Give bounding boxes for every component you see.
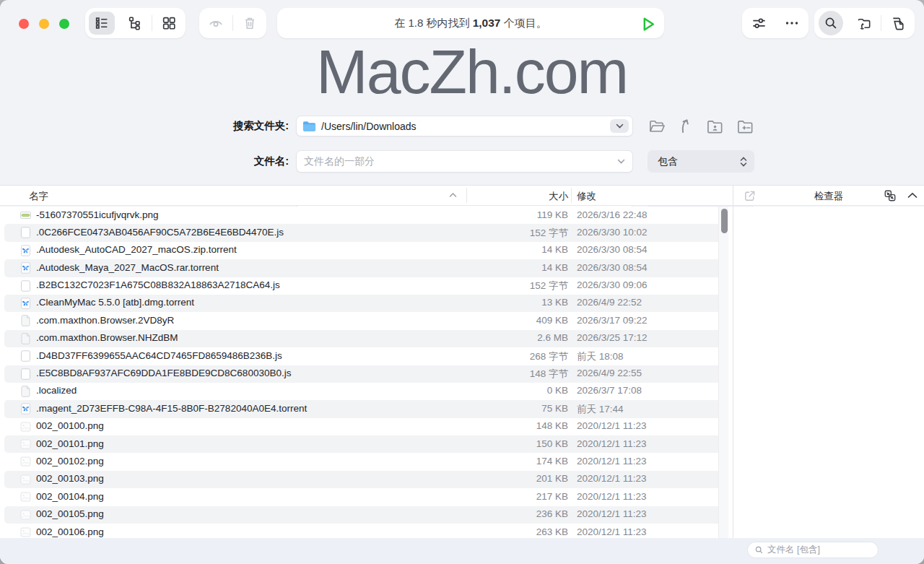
table-header: 名字 大小 修改 检查器 (0, 185, 924, 206)
file-size: 152 字节 (445, 227, 568, 240)
file-name: 002_00100.png (36, 420, 458, 431)
filter-options-group (742, 8, 808, 38)
blank-document-icon (20, 350, 31, 362)
add-remove-folder-button[interactable] (733, 116, 757, 137)
filters-button[interactable] (742, 8, 775, 38)
table-row[interactable]: -51607370551icufjvqrvk.png 119 KB 2026/3… (0, 207, 733, 224)
filename-mode-select[interactable]: 包含 (648, 150, 754, 173)
table-row[interactable]: .0C266FCE0473AB0456AF90C5A72B6E4E6BD4470… (0, 224, 733, 241)
table-row[interactable]: .B2BC132C7023F1A675C08B832A18863A2718CA6… (0, 277, 733, 295)
start-search-button[interactable] (638, 14, 657, 33)
hierarchy-view-icon (127, 15, 143, 31)
close-window-button[interactable] (19, 19, 29, 29)
collapse-inspector-icon[interactable] (907, 192, 918, 199)
inspector-panel (733, 207, 924, 538)
faint-image-file-icon (20, 421, 31, 433)
file-size: 217 KB (445, 491, 568, 502)
list-view-button[interactable] (85, 8, 118, 38)
table-row[interactable]: 002_00101.png 150 KB 2020/12/1 11:23 (0, 435, 733, 453)
home-folder-button[interactable] (703, 116, 726, 137)
faint-image-file-icon (20, 438, 31, 450)
view-switcher-group (85, 8, 186, 38)
table-row[interactable]: .E5C8BD8AF937AFC69DDA1FE8BDE9CD8C680030B… (0, 365, 733, 383)
file-modified-date: 2026/3/30 09:06 (577, 279, 648, 290)
file-modified-date: 2026/3/30 08:54 (577, 244, 648, 255)
column-header-name[interactable]: 名字 (29, 190, 48, 203)
hierarchy-view-button[interactable] (118, 8, 152, 38)
file-modified-date: 2026/3/16 22:48 (577, 209, 648, 220)
file-name: 002_00101.png (36, 438, 458, 449)
search-folder-label: 搜索文件夹: (0, 119, 289, 133)
file-size: 150 KB (445, 438, 568, 449)
table-row[interactable]: 002_00106.png 263 KB 2020/12/1 11:23 (0, 524, 733, 538)
go-to-parent-button[interactable] (674, 115, 697, 136)
table-row[interactable]: .com.maxthon.Browser.2VD8yR 409 KB 2026/… (0, 312, 733, 329)
table-row[interactable]: .Autodesk_Maya_2027_MacOS.rar.torrent 14… (0, 259, 733, 277)
table-row[interactable]: 002_00105.png 236 KB 2020/12/1 11:23 (0, 506, 733, 524)
file-size: 263 KB (445, 526, 568, 537)
document-compare-button[interactable] (881, 8, 915, 38)
file-size: 2.6 MB (445, 332, 568, 343)
zoom-window-button[interactable] (59, 19, 69, 29)
scrollbar-thumb[interactable] (721, 209, 728, 233)
file-name: .CleanMyMac 5.5.0 [atb].dmg.torrent (36, 297, 458, 308)
filter-results-search-field[interactable]: 文件名 [包含] (747, 542, 879, 558)
file-size: 174 KB (445, 456, 568, 467)
file-modified-date: 2020/12/1 11:23 (577, 526, 647, 537)
quick-look-button[interactable] (199, 8, 232, 38)
search-mode-button[interactable] (814, 8, 847, 38)
table-row[interactable]: .CleanMyMac 5.5.0 [atb].dmg.torrent 13 K… (0, 295, 733, 312)
table-row[interactable]: .D4BD37FF6399655AAC64CD7465FD8659486B236… (0, 347, 733, 365)
user-folder-icon (706, 119, 724, 134)
table-row[interactable]: .magent_2D73EFFB-C98A-4F15-8B0F-B2782040… (0, 400, 733, 417)
file-modified-date: 2026/4/9 22:55 (577, 368, 642, 378)
file-name: .D4BD37FF6399655AAC64CD7465FD8659486B236… (36, 350, 458, 361)
mode-switcher-group (814, 8, 915, 38)
faint-image-file-icon (20, 526, 31, 538)
more-options-button[interactable] (775, 8, 808, 38)
column-header-size[interactable]: 大小 (466, 190, 568, 203)
file-size: 13 KB (445, 297, 568, 308)
file-size: 148 KB (445, 420, 568, 431)
file-modified-date: 2020/12/1 11:23 (577, 473, 647, 484)
search-folder-combobox[interactable]: /Users/lin/Downloads (296, 116, 633, 136)
blank-document-icon (20, 280, 31, 292)
play-icon (639, 15, 657, 33)
toolbar: 在 1.8 秒内找到 1,037 个项目。 (0, 0, 924, 46)
file-modified-date: 2020/12/1 11:23 (577, 508, 647, 519)
item-actions-group (199, 8, 266, 38)
grid-view-button[interactable] (152, 8, 186, 38)
folder-sync-icon (856, 15, 873, 32)
file-modified-date: 2026/3/25 17:12 (577, 332, 648, 343)
search-status-bar: 在 1.8 秒内找到 1,037 个项目。 (277, 8, 664, 38)
table-row[interactable]: 002_00104.png 217 KB 2020/12/1 11:23 (0, 488, 733, 506)
document-file-icon (20, 333, 31, 344)
folder-compare-button[interactable] (847, 8, 881, 38)
list-view-icon (94, 15, 110, 31)
filename-input[interactable]: 文件名的一部分 (296, 150, 633, 173)
filename-dropdown-button[interactable] (617, 151, 625, 172)
table-row[interactable]: 002_00103.png 201 KB 2020/12/1 11:23 (0, 471, 733, 488)
open-folder-button[interactable] (645, 116, 668, 137)
chevron-down-icon (617, 159, 625, 164)
table-row[interactable]: .Autodesk_AutoCAD_2027_macOS.zip.torrent… (0, 242, 733, 259)
file-size: 14 KB (445, 244, 568, 255)
delete-button[interactable] (233, 8, 266, 38)
file-modified-date: 2026/4/9 22:52 (577, 297, 642, 308)
swap-panels-icon[interactable] (884, 189, 897, 202)
table-row[interactable]: .localized 0 KB 2026/3/7 17:08 (0, 383, 733, 400)
file-name: .E5C8BD8AF937AFC69DDA1FE8BDE9CD8C680030B… (36, 368, 458, 378)
table-row[interactable]: .com.maxthon.Browser.NHZdBM 2.6 MB 2026/… (0, 330, 733, 347)
file-name: .com.maxthon.Browser.NHZdBM (36, 332, 458, 343)
table-row[interactable]: 002_00100.png 148 KB 2020/12/1 11:23 (0, 418, 733, 435)
list-scrollbar[interactable] (718, 207, 728, 538)
table-row[interactable]: 002_00102.png 174 KB 2020/12/1 11:23 (0, 453, 733, 470)
minimize-window-button[interactable] (39, 19, 49, 29)
folder-dropdown-button[interactable] (610, 119, 629, 133)
sort-ascending-icon (449, 192, 457, 198)
column-header-modified[interactable]: 修改 (577, 190, 596, 203)
faint-image-file-icon (20, 509, 31, 521)
file-name: -51607370551icufjvqrvk.png (36, 209, 458, 220)
chevron-down-icon (616, 123, 624, 129)
file-name: 002_00106.png (36, 526, 458, 537)
